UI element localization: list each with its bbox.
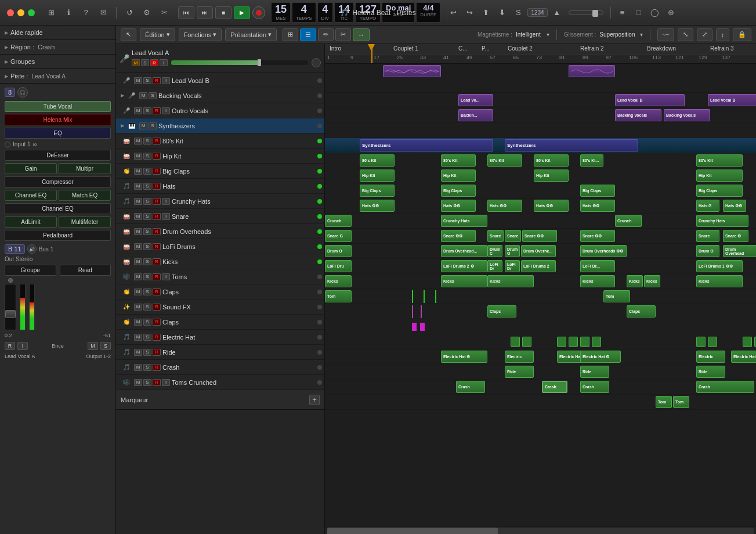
add-marker-btn[interactable]: + (309, 395, 320, 405)
block-kicks-4[interactable]: Kicks (627, 275, 643, 287)
block-drum-overhead-2[interactable]: Drum C (487, 245, 502, 257)
ri-m[interactable]: M (134, 349, 142, 356)
ht-r[interactable]: R (153, 183, 161, 190)
8k-r[interactable]: R (153, 138, 161, 145)
track-header-toms-crunched[interactable]: 🎼 M S R I Toms Crunched (116, 375, 324, 390)
m-button[interactable]: M (88, 342, 98, 350)
c2-r[interactable]: R (153, 319, 161, 326)
do-s[interactable]: S (143, 228, 151, 235)
sf-r[interactable]: R (153, 304, 161, 311)
sf-m[interactable]: M (134, 304, 142, 311)
deesser-slot[interactable]: DeEsser (5, 150, 111, 161)
block-hip-kit-2[interactable]: Hip Kit (441, 169, 476, 182)
claps2-block-6[interactable] (592, 337, 601, 347)
aide-rapide-toggle[interactable]: ▶ Aide rapide (5, 29, 111, 36)
sf-s[interactable]: S (143, 304, 151, 311)
ov-i[interactable]: I (162, 107, 170, 114)
block-big-claps-4[interactable]: Big Claps (696, 185, 743, 197)
block-ride-2[interactable]: Ride (580, 366, 609, 378)
cl-r[interactable]: R (153, 288, 161, 295)
track-header-lofi-drums[interactable]: 🥁 M S R LoFi Drums (116, 239, 324, 254)
pedalboard-slot[interactable]: Pedalboard (5, 230, 111, 241)
block-lofi-drums-6[interactable]: LoFi Drums 1 ⚙⚙ (696, 260, 743, 272)
tc-s[interactable]: S (143, 379, 151, 386)
match-eq-slot[interactable]: Match EQ (59, 190, 111, 201)
zoom-btn[interactable]: ↕ (716, 28, 730, 41)
block-drum-overhead-intro[interactable]: Drum O (325, 245, 352, 257)
block-hip-kit-4[interactable]: Hip Kit (696, 169, 743, 182)
block-synthesizers-2[interactable]: Synthesizers (505, 139, 638, 151)
claps2-block-3[interactable] (557, 337, 566, 347)
shrink-btn[interactable]: ⤢ (697, 28, 712, 41)
fader-track[interactable] (5, 284, 16, 330)
lead-vocal-a-i-btn[interactable]: I (160, 59, 168, 66)
peak-icon[interactable]: ▲ (550, 6, 564, 20)
bc-s[interactable]: S (143, 168, 151, 175)
claps2-block-2[interactable] (522, 337, 531, 347)
block-lead-vocal-b-1[interactable]: Lead Vo... (458, 94, 493, 106)
ri-r[interactable]: R (153, 349, 161, 356)
block-hats-1[interactable]: Hats ⚙⚙ (360, 200, 395, 212)
edition-menu[interactable]: Édition ▾ (140, 28, 175, 41)
block-hats-2[interactable]: Hats ⚙⚙ (441, 200, 476, 212)
block-drum-overhead-7[interactable]: Drum Overhead (723, 245, 756, 257)
headphone-icon[interactable]: 🎧 (17, 87, 28, 98)
block-drum-overhead-3[interactable]: Drum O (505, 245, 520, 257)
ch-s[interactable]: S (143, 198, 151, 205)
mixer-icon[interactable]: □ (632, 6, 646, 20)
master-slider-track[interactable] (569, 10, 603, 15)
block-electric-hat-1[interactable]: Electric Hat ⚙ (441, 351, 487, 363)
ld-r[interactable]: R (153, 243, 161, 250)
ki-s[interactable]: S (143, 258, 151, 265)
scissors-btn2[interactable]: ✂ (335, 28, 351, 41)
timesig-block[interactable]: 4/4 DURÉE (416, 2, 440, 23)
claps2-block-8[interactable] (708, 337, 717, 347)
block-80s-kit-2[interactable]: 80's Kit (441, 154, 476, 167)
loop-icon[interactable]: ↺ (122, 6, 136, 20)
stop-button[interactable]: ■ (215, 6, 231, 19)
block-lofi-drums-3[interactable]: LoFi Dr (505, 260, 520, 272)
block-lofi-drums-2[interactable]: LoFi Dr (487, 260, 502, 272)
ri-s[interactable]: S (143, 349, 151, 356)
master-slider-handle[interactable] (592, 10, 598, 17)
piste-toggle[interactable]: ▶ Piste : Lead Vocal A (5, 73, 111, 80)
block-hip-kit-3[interactable]: Hip Kit (534, 169, 569, 182)
adlimit-slot[interactable]: AdLimit (5, 217, 57, 228)
track-header-claps[interactable]: 👏 M S R Claps (116, 284, 324, 300)
ov-r[interactable]: R (153, 107, 161, 114)
to-m[interactable]: M (134, 273, 142, 280)
multimeter-slot[interactable]: MultiMeter (59, 217, 111, 228)
plugin-icon[interactable]: ⊕ (664, 6, 678, 20)
synthesizers-expand[interactable]: ▶ (121, 123, 124, 128)
block-drum-overhead-5[interactable]: Drum Overheads ⚙⚙ (580, 245, 627, 257)
claps2-block-9[interactable] (743, 337, 752, 347)
s-icon[interactable]: S (511, 6, 525, 20)
ld-m[interactable]: M (134, 243, 142, 250)
pan-knob[interactable] (8, 278, 13, 283)
block-big-claps-2[interactable]: Big Claps (441, 185, 476, 197)
track-header-drum-overheads[interactable]: 🥁 M S R Drum Overheads (116, 224, 324, 239)
hk-m[interactable]: M (134, 153, 142, 160)
cr-r[interactable]: R (153, 364, 161, 371)
import-icon[interactable]: ⬇ (495, 6, 509, 20)
block-crunchy-hats-1[interactable]: Crunchy Hats (441, 215, 487, 227)
ch-m[interactable]: M (134, 198, 142, 205)
c2-m[interactable]: M (134, 319, 142, 326)
c2-s[interactable]: S (143, 319, 151, 326)
loop2-icon[interactable]: ◯ (648, 6, 662, 20)
hk-r[interactable]: R (153, 153, 161, 160)
flex-btn[interactable]: ↔ (353, 28, 370, 41)
do-m[interactable]: M (134, 228, 142, 235)
block-hats-7[interactable]: Hats ⚙⚙ (723, 200, 746, 212)
bc-r[interactable]: R (153, 168, 161, 175)
block-lofi-drums-5[interactable]: LoFi Dr... (580, 260, 615, 272)
lcd-display[interactable]: 1234 (527, 8, 547, 17)
hk-s[interactable]: S (143, 153, 151, 160)
arrow-tool[interactable]: ↖ (121, 28, 136, 41)
channel-number[interactable]: 8 (5, 88, 15, 97)
block-lofi-drums-1[interactable]: LoFi Drums 2 ⚙ (441, 260, 487, 272)
block-hats-6[interactable]: Hats G (696, 200, 719, 212)
block-80s-kit-4[interactable]: 80's Kit (534, 154, 569, 167)
block-80s-kit-3[interactable]: 80's Kit (487, 154, 522, 167)
eh-s[interactable]: S (143, 334, 151, 341)
